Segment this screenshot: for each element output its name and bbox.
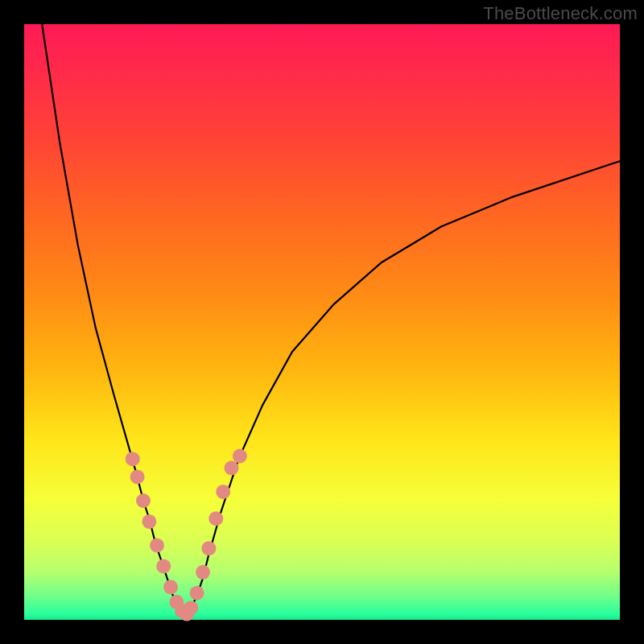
scatter-dot bbox=[225, 460, 239, 475]
scatter-dot bbox=[184, 601, 198, 615]
scatter-dot bbox=[233, 449, 247, 464]
scatter-dot bbox=[150, 539, 164, 553]
scatter-dot bbox=[201, 541, 216, 555]
scatter-dot bbox=[142, 514, 156, 529]
scatter-dot bbox=[156, 559, 171, 573]
chart-frame: TheBottleneck.com bbox=[0, 0, 644, 644]
scatter-dot bbox=[126, 452, 140, 466]
scatter-dot bbox=[216, 485, 230, 499]
scatter-dot bbox=[136, 493, 151, 508]
curve-layer bbox=[24, 24, 620, 620]
scatter-dot bbox=[190, 586, 204, 601]
scatter-dot bbox=[196, 565, 210, 580]
curve-right-branch bbox=[185, 161, 620, 613]
plot-area bbox=[24, 24, 620, 620]
curve-left-branch bbox=[42, 24, 185, 614]
scatter-dots bbox=[126, 449, 247, 621]
scatter-dot bbox=[130, 469, 145, 484]
scatter-dot bbox=[208, 511, 223, 526]
scatter-dot bbox=[163, 580, 178, 594]
watermark-label: TheBottleneck.com bbox=[483, 3, 638, 24]
